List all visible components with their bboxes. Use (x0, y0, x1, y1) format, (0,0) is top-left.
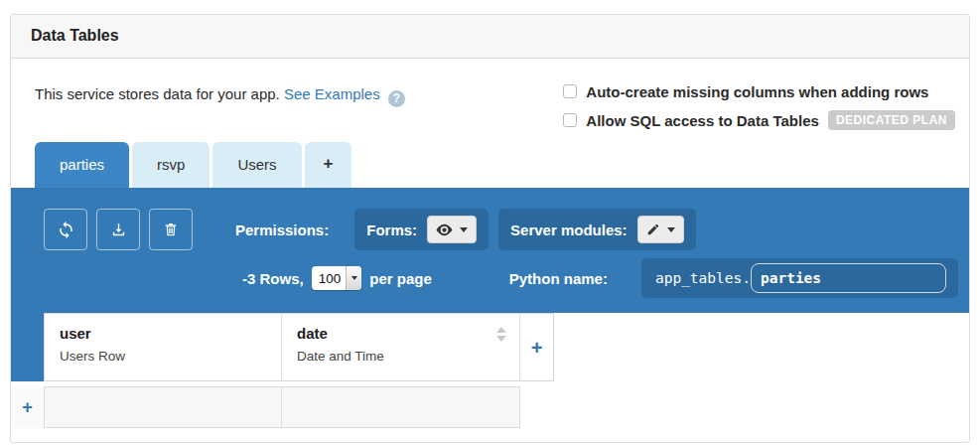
chevron-down-icon (667, 227, 675, 232)
server-modules-permission-dropdown[interactable] (637, 216, 684, 243)
intro-row: This service stores data for your app. S… (35, 80, 955, 131)
permissions-label: Permissions: (235, 222, 329, 238)
intro-text-block: This service stores data for your app. S… (35, 80, 405, 131)
sort-descending-icon (496, 336, 506, 342)
option-label: Auto-create missing columns when adding … (586, 83, 928, 100)
allow-sql-access-checkbox[interactable] (563, 113, 577, 127)
sort-ascending-icon (496, 327, 506, 333)
page-size-select[interactable]: 100 (312, 266, 362, 290)
page-size-value: 100 (312, 271, 347, 286)
plus-icon: + (22, 398, 33, 416)
panel-header: Data Tables (11, 15, 969, 59)
option-auto-create-columns[interactable]: Auto-create missing columns when adding … (563, 80, 955, 102)
table-header-band: user Users Row date Date and Time + (11, 313, 969, 381)
select-caret-icon (346, 266, 361, 290)
data-tables-panel: Data Tables This service stores data for… (10, 14, 970, 443)
sort-toggle-icon[interactable] (496, 327, 506, 342)
option-allow-sql-access[interactable]: Allow SQL access to Data Tables DEDICATE… (563, 109, 955, 131)
row-count-text: -3 Rows, (242, 270, 304, 287)
refresh-button[interactable] (44, 209, 87, 250)
table-toolbar: Permissions: Forms: Server modules: (11, 188, 969, 313)
python-name-panel: app_tables. (641, 258, 958, 298)
see-examples-link[interactable]: See Examples (284, 85, 380, 102)
table-tabs: parties rsvp Users + (35, 142, 969, 188)
new-row (44, 386, 520, 428)
add-row-button[interactable]: + (11, 386, 44, 428)
download-button[interactable] (96, 209, 140, 250)
toolbar-row-2: -3 Rows, 100 per page Python name: app_t… (44, 260, 969, 296)
toolbar-row-1: Permissions: Forms: Server modules: (44, 209, 969, 250)
per-page-label: per page (369, 270, 432, 287)
server-modules-permission-group: Server modules: (498, 209, 696, 250)
dedicated-plan-badge: DEDICATED PLAN (828, 110, 955, 130)
service-options: Auto-create missing columns when adding … (563, 80, 955, 131)
page-title: Data Tables (31, 27, 119, 44)
python-name-label: Python name: (509, 270, 608, 287)
tab-users[interactable]: Users (212, 142, 301, 188)
column-header-user[interactable]: user Users Row (45, 314, 282, 380)
pencil-icon (646, 222, 660, 236)
tab-rsvp[interactable]: rsvp (132, 142, 210, 188)
forms-label: Forms: (366, 222, 417, 238)
column-name: date (297, 325, 504, 342)
add-column-button[interactable]: + (520, 314, 553, 380)
intro-text: This service stores data for your app. (35, 85, 280, 102)
server-modules-label: Server modules: (510, 222, 628, 238)
new-row-band: + (11, 386, 969, 428)
new-row-cell-date[interactable] (282, 387, 519, 427)
plus-icon: + (531, 338, 543, 358)
trash-icon (163, 222, 179, 237)
download-icon (110, 222, 127, 238)
table-column-headers: user Users Row date Date and Time + (44, 313, 554, 381)
column-type: Users Row (60, 349, 266, 364)
column-header-date[interactable]: date Date and Time (282, 314, 520, 380)
eye-icon (436, 223, 453, 236)
chevron-down-icon (460, 227, 468, 232)
column-type: Date and Time (297, 349, 504, 364)
python-name-input[interactable] (751, 263, 946, 293)
auto-create-columns-checkbox[interactable] (563, 84, 577, 98)
column-name: user (60, 325, 266, 342)
add-table-tab[interactable]: + (305, 142, 352, 188)
forms-permission-group: Forms: (354, 209, 489, 250)
python-name-prefix: app_tables. (655, 270, 751, 286)
delete-table-button[interactable] (149, 209, 193, 250)
refresh-icon (57, 221, 75, 239)
tab-parties[interactable]: parties (35, 142, 129, 188)
new-row-cell-user[interactable] (45, 387, 282, 427)
forms-permission-dropdown[interactable] (427, 216, 477, 243)
panel-body: This service stores data for your app. S… (11, 80, 969, 428)
option-label: Allow SQL access to Data Tables (586, 112, 819, 129)
help-icon[interactable]: ? (388, 90, 405, 107)
left-blue-strip (11, 313, 44, 381)
